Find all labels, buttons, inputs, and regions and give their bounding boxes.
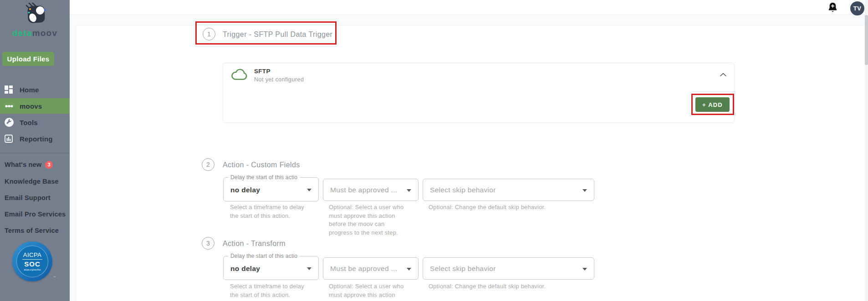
- approver-helper-text: Optional: Select a user who must approve…: [329, 282, 403, 301]
- topbar: [70, 0, 868, 15]
- delay-select-label: Delay the start of this actio: [228, 174, 300, 181]
- step-number: 2: [206, 161, 210, 168]
- delay-select-label: Delay the start of this actio: [228, 253, 300, 259]
- tools-icon: [5, 118, 15, 127]
- dropdown-arrow-icon: [407, 268, 411, 271]
- sidebar-item-label: Reporting: [20, 135, 53, 143]
- sidebar: detamoov Upload Files Home moovs: [0, 0, 70, 301]
- logo-text-moov: moov: [32, 28, 57, 38]
- aicpa-trademark: ™: [53, 276, 56, 278]
- sftp-trigger-card: [223, 63, 735, 123]
- delay-select-value: no delay: [230, 265, 260, 273]
- skip-behavior-select[interactable]: Select skip behavior: [423, 179, 594, 201]
- cloud-icon: [230, 67, 250, 82]
- sidebar-link-email-pro-services[interactable]: Email Pro Services: [5, 210, 66, 219]
- whats-new-count-badge: 3: [45, 161, 53, 169]
- logo-wordmark: detamoov: [0, 28, 70, 38]
- delay-helper-text: Select a timeframe to delay the start of…: [230, 203, 304, 220]
- logo-icon: [21, 3, 49, 25]
- connector-status: Not yet configured: [254, 76, 304, 83]
- aicpa-soc-badge: AICPA SOC aicpa.org/soc4so: [12, 241, 52, 281]
- link-label: Terms of Service: [5, 227, 59, 234]
- dropdown-arrow-icon: [582, 268, 587, 271]
- approver-select-placeholder: Must be approved ...: [330, 265, 397, 273]
- dropdown-arrow-icon: [307, 267, 311, 270]
- scrollbar-thumb[interactable]: [865, 15, 868, 65]
- skip-behavior-placeholder: Select skip behavior: [430, 265, 496, 273]
- user-avatar[interactable]: TV: [850, 1, 864, 15]
- approver-helper-text: Optional: Select a user who must approve…: [329, 203, 403, 237]
- sidebar-link-knowledge-base[interactable]: Knowledge Base: [5, 177, 59, 186]
- soc-label: SOC: [24, 261, 41, 268]
- sidebar-item-label: Home: [20, 86, 39, 94]
- sidebar-item-moovs[interactable]: moovs: [0, 98, 70, 114]
- link-label: What's new: [5, 161, 41, 168]
- skip-helper-text: Optional: Change the default skip behavi…: [429, 203, 546, 212]
- sidebar-link-email-support[interactable]: Email Support: [5, 193, 51, 202]
- dropdown-arrow-icon: [582, 189, 587, 192]
- aicpa-url: aicpa.org/soc4so: [24, 269, 41, 271]
- moovs-icon: [5, 104, 15, 108]
- connector-name: SFTP: [254, 68, 271, 75]
- step-number-circle: 3: [202, 237, 214, 250]
- aicpa-divider: [22, 259, 42, 260]
- skip-helper-text: Optional: Change the default skip behavi…: [429, 282, 546, 291]
- skip-behavior-select[interactable]: Select skip behavior: [423, 257, 594, 280]
- app-window: detamoov Upload Files Home moovs: [0, 0, 868, 301]
- vertical-scrollbar[interactable]: [865, 0, 868, 301]
- sidebar-item-label: moovs: [20, 102, 42, 110]
- sidebar-item-home[interactable]: Home: [0, 82, 70, 97]
- link-label: Email Pro Services: [5, 211, 66, 218]
- dropdown-arrow-icon: [307, 189, 311, 191]
- approver-select-placeholder: Must be approved ...: [330, 186, 397, 194]
- approver-select[interactable]: Must be approved ...: [323, 257, 419, 280]
- link-label: Email Support: [5, 194, 51, 201]
- step-title-custom-fields: Action - Custom Fields: [223, 161, 300, 169]
- delay-select[interactable]: Delay the start of this actio no delay: [223, 177, 319, 201]
- step-number-circle: 1: [203, 28, 215, 40]
- notification-bell-icon[interactable]: [827, 2, 838, 14]
- logo[interactable]: detamoov: [0, 3, 70, 38]
- aicpa-label: AICPA: [23, 252, 42, 258]
- step-title-transform: Action - Transform: [223, 240, 286, 248]
- reporting-icon: [5, 135, 15, 143]
- upload-files-button[interactable]: Upload Files: [2, 52, 54, 66]
- step-number: 3: [206, 240, 210, 247]
- delay-select[interactable]: Delay the start of this actio no delay: [223, 256, 319, 280]
- aicpa-soc-badge-inner: AICPA SOC aicpa.org/soc4so: [16, 246, 48, 277]
- delay-helper-text: Select a timeframe to delay the start of…: [230, 282, 304, 299]
- sidebar-item-label: Tools: [20, 119, 38, 126]
- step-number-circle: 2: [202, 158, 214, 171]
- skip-behavior-placeholder: Select skip behavior: [430, 186, 496, 194]
- step-number: 1: [207, 30, 211, 38]
- sidebar-divider: [0, 153, 70, 153]
- dropdown-arrow-icon: [407, 189, 411, 192]
- sidebar-link-terms-of-service[interactable]: Terms of Service: [5, 226, 59, 235]
- approver-select[interactable]: Must be approved ...: [323, 179, 419, 201]
- collapse-chevron-icon[interactable]: [720, 70, 727, 79]
- sidebar-link-whats-new[interactable]: What's new 3: [5, 160, 53, 169]
- sidebar-item-tools[interactable]: Tools: [0, 115, 70, 130]
- step-title-trigger: Trigger - SFTP Pull Data Trigger: [223, 30, 332, 39]
- logo-text-deta: deta: [12, 28, 32, 38]
- add-button[interactable]: + ADD: [695, 97, 730, 112]
- delay-select-value: no delay: [230, 186, 260, 194]
- link-label: Knowledge Base: [5, 178, 59, 185]
- dashboard-icon: [5, 85, 15, 94]
- sidebar-item-reporting[interactable]: Reporting: [0, 131, 70, 146]
